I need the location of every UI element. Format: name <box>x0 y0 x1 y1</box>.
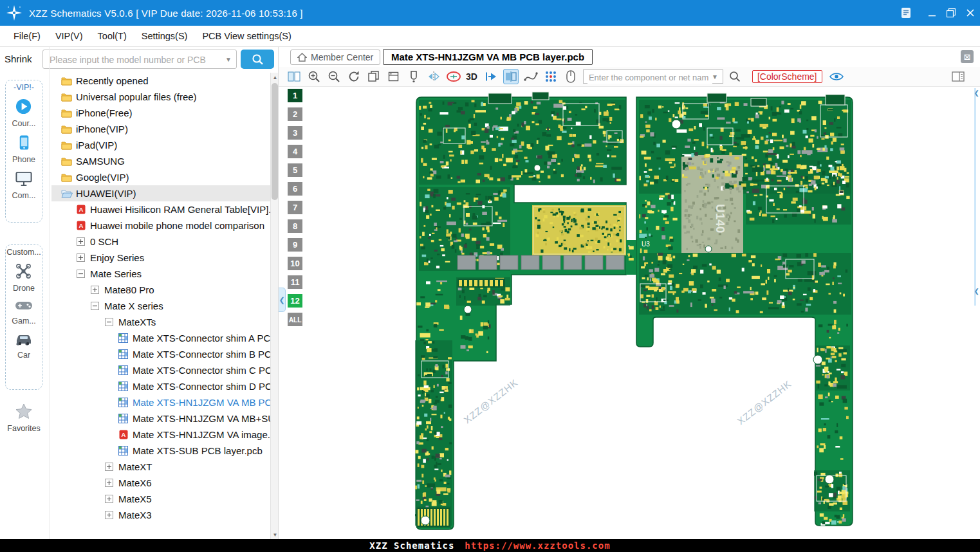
layer-button-1[interactable]: 1 <box>288 89 302 102</box>
layer-button-2[interactable]: 2 <box>288 107 302 121</box>
layer-button-4[interactable]: 4 <box>288 145 302 158</box>
search-button[interactable] <box>241 50 274 69</box>
status-url[interactable]: https://www.xzztools.com <box>465 540 610 551</box>
tree-item[interactable]: AMate XTS-HN1JZGM VA image.p. <box>51 427 270 443</box>
tree-item[interactable]: Mate80 Pro <box>51 282 270 298</box>
layer-button-5[interactable]: 5 <box>288 163 302 177</box>
menu-item-file[interactable]: File(F) <box>10 29 44 43</box>
expand-plus-icon[interactable] <box>75 253 87 262</box>
zoom-in-icon[interactable] <box>306 69 322 84</box>
collapse-right-icon[interactable]: ❮ <box>974 89 979 97</box>
layer-button-7[interactable]: 7 <box>288 201 302 214</box>
model-search-combobox[interactable]: ▼ <box>42 50 237 69</box>
tree-item[interactable]: Mate XTS-HN1JZGM VA MB PCB <box>51 394 270 410</box>
component-search-input[interactable] <box>587 71 712 84</box>
expand-plus-icon[interactable] <box>103 511 115 519</box>
jump-arrow-icon[interactable] <box>483 69 499 84</box>
menu-item-vip[interactable]: VIP(V) <box>52 29 86 43</box>
tree-item[interactable]: Mate XTS-Connector shim A PCB <box>51 330 270 346</box>
export-view-icon[interactable] <box>386 69 402 84</box>
search-icon[interactable] <box>727 69 743 84</box>
tree-item[interactable]: Mate Series <box>51 266 270 282</box>
tree-item[interactable]: MateXTs <box>51 314 270 330</box>
layer-button-8[interactable]: 8 <box>288 219 302 233</box>
zoom-out-icon[interactable] <box>326 69 342 84</box>
collapse-right-icon[interactable]: ❮ <box>974 288 979 295</box>
tree-item[interactable]: iPhone(VIP) <box>51 121 270 137</box>
pcb-board-image[interactable]: U140U3XZZ@XZZHKXZZ@XZZHK <box>406 91 858 536</box>
tree-item[interactable]: Mate XTS-Connector shim D PCB <box>51 378 270 394</box>
tree-item[interactable]: Universal popular files (free) <box>51 89 270 105</box>
minimize-button[interactable] <box>922 0 941 26</box>
expand-plus-icon[interactable] <box>103 463 115 471</box>
collapse-minus-icon[interactable] <box>89 302 101 310</box>
eye-icon[interactable] <box>829 69 844 84</box>
sidebar-item-cour[interactable]: Cour... <box>12 98 36 128</box>
sidebar-item-car[interactable]: Car <box>14 331 33 360</box>
tree-item[interactable]: MateX6 <box>51 475 270 491</box>
tree-item[interactable]: MateXT <box>51 459 270 475</box>
tree-item[interactable]: SAMSUNG <box>51 153 270 169</box>
tree-item[interactable]: MateX5 <box>51 491 270 507</box>
3d-view-button[interactable]: 3D <box>466 71 477 82</box>
expand-plus-icon[interactable] <box>103 479 115 487</box>
menu-item-settings[interactable]: Settings(S) <box>138 29 191 43</box>
sidebar-item-com[interactable]: Com... <box>12 170 36 200</box>
tree-item[interactable]: Mate X series <box>51 298 270 314</box>
scrollbar-thumb[interactable] <box>272 83 278 200</box>
layer-button-9[interactable]: 9 <box>288 238 302 252</box>
layer-button-12[interactable]: 12 <box>288 294 302 308</box>
tree-item[interactable]: AHuawei mobile phone model comparison <box>51 217 270 234</box>
layer-button-6[interactable]: 6 <box>288 182 302 196</box>
close-view-icon[interactable]: ⊠ <box>961 50 974 63</box>
probe-icon[interactable] <box>406 69 421 84</box>
component-search-combobox[interactable]: ▼ <box>583 69 723 84</box>
shrink-button[interactable]: Shrink <box>5 53 32 64</box>
expand-plus-icon[interactable] <box>89 286 101 294</box>
expand-plus-icon[interactable] <box>103 495 115 503</box>
model-search-input[interactable] <box>48 51 225 68</box>
collapse-minus-icon[interactable] <box>103 318 115 326</box>
pcb-canvas[interactable]: 123456789101112ALL U140U3XZZ@XZZHKXZZ@XZ… <box>279 87 980 539</box>
menu-item-pcb-view-settings[interactable]: PCB View settings(S) <box>199 29 294 43</box>
dot-matrix-icon[interactable] <box>543 69 559 84</box>
layer-button-10[interactable]: 10 <box>288 257 302 270</box>
close-button[interactable] <box>961 0 980 26</box>
chevron-down-icon[interactable]: ▼ <box>225 56 232 63</box>
tree-item[interactable]: Mate XTS-HN1JZGM VA MB+SUE <box>51 410 270 427</box>
copy-view-icon[interactable] <box>366 69 382 84</box>
clipboard-icon[interactable] <box>895 0 917 26</box>
tree-item[interactable]: iPad(VIP) <box>51 137 270 153</box>
tree-item[interactable]: AHuawei Hisilicon RAM General Table[VIP]… <box>51 201 270 217</box>
layer-button-11[interactable]: 11 <box>288 275 302 289</box>
expand-plus-icon[interactable] <box>75 237 87 246</box>
curve-icon[interactable] <box>523 69 539 84</box>
collapse-minus-icon[interactable] <box>75 270 87 278</box>
tree-item[interactable]: Enjoy Series <box>51 250 270 266</box>
tree-item[interactable]: Recently opened <box>51 73 270 89</box>
tree-item[interactable]: Google(VIP) <box>51 169 270 185</box>
highlight-ellipse-icon[interactable] <box>446 69 461 84</box>
tab-pcb-file[interactable]: Mate XTS-HN1JZGM VA MB PCB layer.pcb <box>383 49 593 65</box>
sidebar-item-gam[interactable]: Gam... <box>12 299 36 326</box>
collapse-left-handle[interactable]: ❮ <box>279 288 286 312</box>
refresh-icon[interactable] <box>346 69 362 84</box>
layer-button-all[interactable]: ALL <box>288 313 302 326</box>
sidebar-item-phone[interactable]: Phone <box>12 134 35 164</box>
sidebar-item-favorites[interactable]: Favorites <box>5 403 42 433</box>
colorscheme-button[interactable]: [ColorScheme] <box>752 70 822 83</box>
tree-item[interactable]: MateX3 <box>51 507 270 523</box>
layer-button-3[interactable]: 3 <box>288 126 302 140</box>
tree-item[interactable]: iPhone(Free) <box>51 105 270 121</box>
mouse-icon[interactable] <box>563 69 578 84</box>
menu-item-tool[interactable]: Tool(T) <box>95 29 130 43</box>
maximize-button[interactable] <box>941 0 961 26</box>
panel-toggle-icon[interactable] <box>950 69 966 84</box>
member-center-button[interactable]: Member Center <box>290 50 380 65</box>
tree-item[interactable]: Mate XTS-Connector shim B PCB <box>51 346 270 362</box>
tree-item[interactable]: Mate XTS-Connector shim C PCB <box>51 362 270 378</box>
pane-split-icon[interactable] <box>286 69 302 84</box>
sidebar-item-drone[interactable]: Drone <box>13 262 35 293</box>
tree-item[interactable]: HUAWEI(VIP) <box>51 185 270 201</box>
mirror-icon[interactable] <box>426 69 441 84</box>
